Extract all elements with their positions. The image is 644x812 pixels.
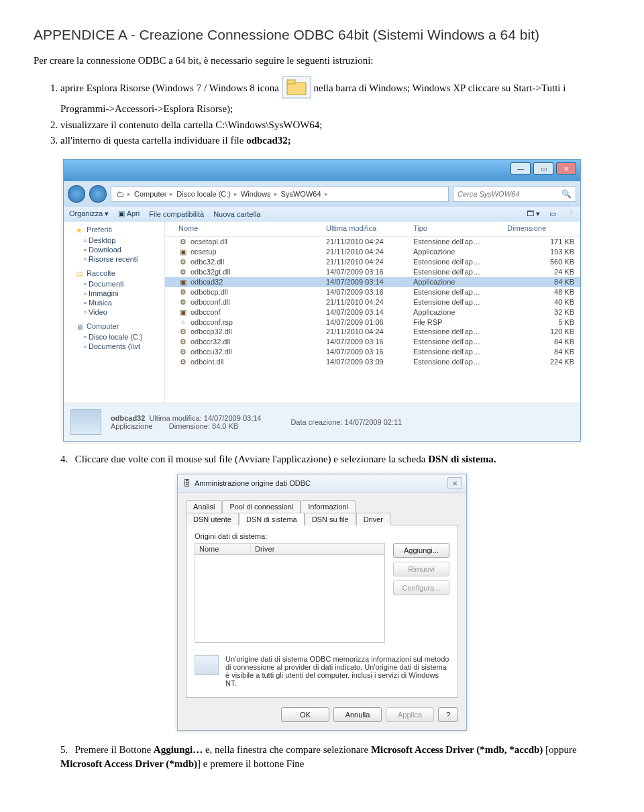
help-button[interactable]: ? bbox=[438, 707, 458, 722]
table-row[interactable]: ⚙odbccp32.dll21/11/2010 04:24Estensione … bbox=[165, 327, 580, 337]
explorer-toolbar: Organizza ▾ ▣ Apri File compatibilità Nu… bbox=[64, 207, 580, 221]
crumb-computer[interactable]: Computer bbox=[131, 190, 170, 198]
tab-pool[interactable]: Pool di connessioni bbox=[222, 500, 301, 513]
sidebar-item-desktop[interactable]: ▫ Desktop bbox=[64, 236, 164, 245]
table-row[interactable]: ▫odbcconf.rsp14/07/2009 01:06File RSP5 K… bbox=[165, 317, 580, 327]
table-row[interactable]: ⚙odbcbcp.dll14/07/2009 03:16Estensione d… bbox=[165, 287, 580, 297]
view-icon[interactable]: 🗔 ▾ bbox=[527, 209, 540, 218]
status-filename: odbcad32 bbox=[111, 414, 145, 422]
sidebar-item-video[interactable]: ▫ Video bbox=[64, 307, 164, 317]
table-row[interactable]: ⚙ocsetapi.dll21/11/2010 04:24Estensione … bbox=[165, 237, 580, 247]
tb-open[interactable]: ▣ Apri bbox=[118, 209, 140, 218]
sidebar-item-images[interactable]: ▫ Immagini bbox=[64, 289, 164, 298]
col-modified[interactable]: Ultima modifica bbox=[326, 224, 413, 232]
forward-button[interactable] bbox=[89, 185, 107, 203]
status-type: Applicazione bbox=[111, 422, 152, 430]
apply-button[interactable]: Applica bbox=[386, 707, 434, 722]
remove-button[interactable]: Rimuovi bbox=[393, 562, 449, 576]
table-row[interactable]: ▣ocsetup21/11/2010 04:24Applicazione193 … bbox=[165, 247, 580, 257]
explorer-window: — ▭ ✕ 🗀 ▸ Computer▸ Disco locale (C:)▸ W… bbox=[63, 159, 581, 442]
tb-compat[interactable]: File compatibilità bbox=[149, 210, 204, 218]
status-modified: Ultima modifica: 14/07/2009 03:14 bbox=[149, 414, 261, 422]
info-icon bbox=[195, 655, 219, 675]
preview-icon[interactable]: ▭ bbox=[549, 209, 556, 218]
dsn-list-header: Nome Driver bbox=[195, 543, 385, 555]
sidebar-item-documents[interactable]: ▫ Documenti bbox=[64, 279, 164, 289]
tab-analisi[interactable]: Analisi bbox=[186, 500, 222, 513]
col-dsn-name[interactable]: Nome bbox=[195, 544, 251, 554]
file-icon: ▣ bbox=[178, 248, 188, 256]
file-icon: ⚙ bbox=[178, 258, 188, 266]
file-icon: ⚙ bbox=[178, 268, 188, 276]
configure-button[interactable]: Configura... bbox=[393, 580, 449, 595]
table-row[interactable]: ▣odbcad3214/07/2009 03:14Applicazione84 … bbox=[165, 277, 580, 287]
step-5: 5. Premere il Bottone Aggiungi… e, nella… bbox=[60, 743, 610, 770]
col-dsn-driver[interactable]: Driver bbox=[251, 544, 384, 554]
col-name[interactable]: Nome bbox=[178, 224, 326, 232]
minimize-button[interactable]: — bbox=[511, 162, 531, 174]
dialog-buttons: OK Annulla Applica ? bbox=[178, 702, 466, 730]
odbc-titlebar: 🗄Amministrazione origine dati ODBC ✕ bbox=[178, 474, 466, 493]
file-icon: ▫ bbox=[178, 318, 188, 326]
sidebar-favorites-hd[interactable]: ★Preferiti bbox=[64, 224, 164, 236]
help-icon[interactable]: ❔ bbox=[566, 209, 575, 218]
add-button[interactable]: Aggiungi... bbox=[393, 543, 449, 558]
status-thumbnail-icon bbox=[70, 409, 101, 435]
search-placeholder: Cerca SysWOW64 bbox=[458, 190, 519, 198]
svg-rect-1 bbox=[287, 83, 306, 95]
tab-dsn-file[interactable]: DSN su file bbox=[305, 513, 356, 525]
tab-driver[interactable]: Driver bbox=[356, 513, 390, 525]
table-row[interactable]: ⚙odbccr32.dll14/07/2009 03:16Estensione … bbox=[165, 337, 580, 347]
folder-icon: 🗀 bbox=[115, 190, 125, 198]
file-icon: ▣ bbox=[178, 278, 188, 287]
status-created: Data creazione: 14/07/2009 02:11 bbox=[290, 418, 402, 426]
tab-row-1: Analisi Pool di connessioni Informazioni bbox=[186, 499, 458, 512]
sidebar-item-recent[interactable]: ▫ Risorse recenti bbox=[64, 254, 164, 264]
ok-button[interactable]: OK bbox=[281, 707, 329, 722]
status-bar: odbcad32 Ultima modifica: 14/07/2009 03:… bbox=[64, 403, 580, 441]
odbc-close-button[interactable]: ✕ bbox=[447, 477, 462, 489]
table-row[interactable]: ▣odbcconf14/07/2009 03:14Applicazione32 … bbox=[165, 307, 580, 317]
breadcrumb[interactable]: 🗀 ▸ Computer▸ Disco locale (C:)▸ Windows… bbox=[111, 186, 449, 202]
back-button[interactable] bbox=[68, 185, 85, 203]
crumb-syswow64[interactable]: SysWOW64 bbox=[278, 190, 325, 198]
sidebar-computer-hd[interactable]: 🖥Computer bbox=[64, 321, 164, 332]
step5-d: Microsoft Access Driver (*mdb, *accdb) bbox=[371, 744, 543, 755]
step4-bold: DSN di sistema. bbox=[428, 454, 496, 464]
tab-dsn-user[interactable]: DSN utente bbox=[186, 513, 239, 525]
maximize-button[interactable]: ▭ bbox=[533, 162, 553, 174]
search-input[interactable]: Cerca SysWOW64 🔍 bbox=[453, 186, 576, 202]
close-button[interactable]: ✕ bbox=[556, 162, 576, 174]
col-type[interactable]: Tipo bbox=[413, 224, 507, 232]
crumb-c[interactable]: Disco locale (C:) bbox=[173, 190, 234, 198]
step-4: 4. Cliccare due volte con il mouse sul f… bbox=[60, 452, 610, 466]
tab-pane: Origini dati di sistema: Aggiungi... Rim… bbox=[186, 525, 458, 698]
step5-a: Premere il Bottone bbox=[75, 744, 154, 755]
tab-dsn-system[interactable]: DSN di sistema bbox=[239, 513, 305, 525]
tb-newfolder[interactable]: Nuova cartella bbox=[213, 210, 260, 218]
window-titlebar: — ▭ ✕ bbox=[64, 160, 580, 181]
cancel-button[interactable]: Annulla bbox=[333, 707, 382, 722]
table-row[interactable]: ⚙odbcconf.dll21/11/2010 04:24Estensione … bbox=[165, 297, 580, 307]
dsn-list[interactable] bbox=[195, 555, 385, 643]
odbc-title-text: Amministrazione origine dati ODBC bbox=[195, 479, 311, 487]
step-2: visualizzare il contenuto della cartella… bbox=[60, 118, 610, 132]
tb-organize[interactable]: Organizza ▾ bbox=[69, 209, 109, 218]
explorer-sidebar: ★Preferiti ▫ Desktop ▫ Download ▫ Risors… bbox=[64, 221, 165, 403]
file-icon: ⚙ bbox=[178, 358, 188, 366]
file-icon: ⚙ bbox=[178, 238, 188, 246]
sidebar-item-music[interactable]: ▫ Musica bbox=[64, 298, 164, 307]
tab-info[interactable]: Informazioni bbox=[301, 500, 356, 513]
sidebar-libraries-hd[interactable]: 🗂Raccolte bbox=[64, 268, 164, 279]
table-row[interactable]: ⚙odbc32.dll21/11/2010 04:24Estensione de… bbox=[165, 257, 580, 267]
sidebar-item-download[interactable]: ▫ Download bbox=[64, 245, 164, 254]
table-row[interactable]: ⚙odbccu32.dll14/07/2009 03:16Estensione … bbox=[165, 347, 580, 357]
col-size[interactable]: Dimensione bbox=[507, 224, 574, 232]
search-icon: 🔍 bbox=[561, 189, 572, 199]
sidebar-item-disk-c[interactable]: ▫ Disco locale (C:) bbox=[64, 332, 164, 342]
table-row[interactable]: ⚙odbcint.dll14/07/2009 03:09Estensione d… bbox=[165, 357, 580, 367]
sidebar-item-netdoc[interactable]: ▫ Documents (\\vt bbox=[64, 342, 164, 351]
table-row[interactable]: ⚙odbc32gt.dll14/07/2009 03:16Estensione … bbox=[165, 267, 580, 277]
crumb-windows[interactable]: Windows bbox=[237, 190, 274, 198]
svg-rect-2 bbox=[287, 80, 295, 84]
